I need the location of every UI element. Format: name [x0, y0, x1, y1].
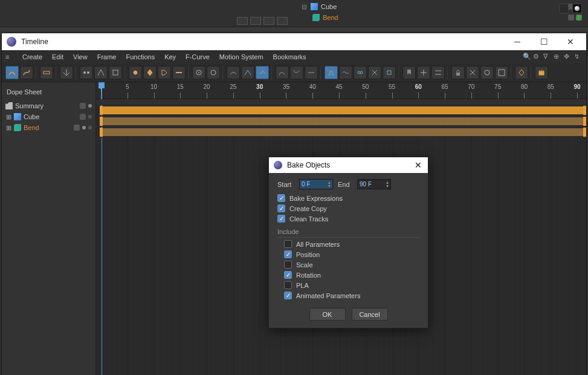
dialog-titlebar[interactable]: Bake Objects ✕ [269, 157, 428, 173]
checkbox-row[interactable]: Animated Parameters [284, 292, 419, 299]
tool-button[interactable] [109, 66, 122, 79]
checkbox-row[interactable]: Position [284, 250, 419, 258]
start-input[interactable]: 0 F ▴▾ [299, 179, 333, 189]
window-minimize-button[interactable]: ─ [504, 33, 531, 50]
tangent-button[interactable] [276, 66, 289, 79]
menu-motion-system[interactable]: Motion System [215, 51, 268, 62]
interpolation-button[interactable] [354, 66, 367, 79]
interpolation-button[interactable] [383, 66, 396, 79]
window-titlebar[interactable]: Timeline ─ ☐ ✕ [2, 33, 586, 50]
settings-icon[interactable]: ⚙ [533, 53, 541, 61]
tool-button[interactable] [515, 66, 528, 79]
checkbox[interactable] [284, 292, 292, 299]
keyframe[interactable] [100, 128, 103, 137]
tangent-button[interactable] [241, 66, 254, 79]
track-clip[interactable] [101, 106, 585, 114]
menu-functions[interactable]: Functions [121, 51, 160, 62]
hierarchy-row-summary[interactable]: Summary [2, 100, 95, 111]
checkbox[interactable] [277, 204, 285, 212]
keyframe[interactable] [100, 117, 103, 126]
timeline-ruler[interactable]: 051015202530354045505560657075808590 [96, 82, 586, 99]
mute-toggle[interactable] [80, 114, 86, 120]
hierarchy-row-cube[interactable]: ⊞ Cube [2, 111, 95, 122]
bake-button[interactable] [535, 66, 548, 79]
tool-button[interactable] [80, 66, 93, 79]
object-row-bend[interactable]: Bend [299, 12, 588, 23]
track-clip[interactable] [101, 117, 585, 125]
object-row-cube[interactable]: ⊟ Cube [299, 1, 588, 12]
end-input[interactable]: 90 F ▴▾ [357, 179, 391, 189]
tangent-button[interactable] [256, 66, 269, 79]
expand-icon[interactable]: ⊞ [5, 113, 11, 121]
record-button[interactable] [129, 66, 142, 79]
tool-button[interactable] [60, 66, 73, 79]
autokey-button[interactable] [158, 66, 171, 79]
tangent-button[interactable] [290, 66, 303, 79]
quickicon[interactable] [277, 17, 288, 25]
tool-button[interactable] [417, 66, 430, 79]
checkbox[interactable] [284, 240, 292, 248]
track-row-cube[interactable] [96, 116, 586, 127]
interpolation-button[interactable] [339, 66, 352, 79]
move-icon[interactable]: ✥ [564, 53, 572, 61]
quickicon[interactable] [237, 17, 248, 25]
interpolation-button[interactable] [368, 66, 381, 79]
track-row-bend[interactable] [96, 127, 586, 138]
mute-toggle[interactable] [80, 103, 86, 109]
dialog-close-button[interactable]: ✕ [412, 160, 424, 170]
keyframe[interactable] [583, 106, 586, 115]
ok-button[interactable]: OK [309, 308, 346, 321]
mute-toggle[interactable] [74, 125, 80, 131]
motion-mode-button[interactable] [40, 66, 53, 79]
checkbox-row[interactable]: PLA [284, 281, 419, 289]
checkbox-row[interactable]: Bake Expressions [277, 194, 419, 202]
interpolation-button[interactable] [325, 66, 338, 79]
checkbox[interactable] [284, 271, 292, 279]
snap-button[interactable] [192, 66, 205, 79]
tool-button[interactable] [466, 66, 479, 79]
checkbox-row[interactable]: Clean Tracks [277, 215, 419, 223]
tool-button[interactable] [431, 66, 445, 79]
lock-icon[interactable]: ↯ [574, 53, 583, 61]
dopesheet-mode-button[interactable] [5, 66, 19, 79]
keyframe-button[interactable] [172, 66, 186, 79]
tool-button[interactable] [480, 66, 494, 79]
checkbox-row[interactable]: Rotation [284, 271, 419, 279]
menu-view[interactable]: View [68, 51, 92, 62]
tangent-button[interactable] [305, 66, 318, 79]
checkbox[interactable] [284, 261, 292, 269]
material-icon[interactable] [572, 4, 582, 13]
window-maximize-button[interactable]: ☐ [531, 33, 557, 50]
checkbox[interactable] [277, 215, 285, 223]
tool-button[interactable] [495, 66, 508, 79]
marker-button[interactable] [402, 66, 416, 79]
fcurve-mode-button[interactable] [20, 66, 33, 79]
add-icon[interactable]: ⊕ [554, 53, 562, 61]
checkbox-row[interactable]: All Parameters [284, 240, 419, 248]
snap-button[interactable] [207, 66, 220, 79]
checkbox[interactable] [284, 250, 292, 258]
menu-create[interactable]: Create [18, 51, 47, 62]
keyframe[interactable] [583, 128, 586, 137]
filter-icon[interactable]: ∇ [543, 53, 552, 61]
keyframe-button[interactable] [143, 66, 157, 79]
menu-frame[interactable]: Frame [92, 51, 121, 62]
checkbox[interactable] [284, 281, 292, 289]
menu-edit[interactable]: Edit [47, 51, 68, 62]
track-row-summary[interactable] [96, 105, 586, 116]
visibility-toggle[interactable] [568, 15, 574, 21]
tangent-button[interactable] [227, 66, 240, 79]
layer-icon[interactable] [559, 4, 569, 13]
quickicon[interactable] [250, 17, 261, 25]
checkbox-row[interactable]: Create Copy [277, 204, 419, 212]
menu-f-curve[interactable]: F-Curve [181, 51, 215, 62]
lock-button[interactable] [451, 66, 465, 79]
track-clip[interactable] [101, 128, 585, 136]
menu-icon[interactable]: ≡ [5, 53, 15, 60]
spinner-icon[interactable]: ▴▾ [328, 181, 331, 188]
menu-bookmarks[interactable]: Bookmarks [268, 51, 311, 62]
hierarchy-row-bend[interactable]: ⊞ Bend [2, 122, 95, 133]
quickicon[interactable] [263, 17, 274, 25]
window-close-button[interactable]: ✕ [557, 33, 584, 50]
search-icon[interactable]: 🔍 [523, 53, 531, 61]
